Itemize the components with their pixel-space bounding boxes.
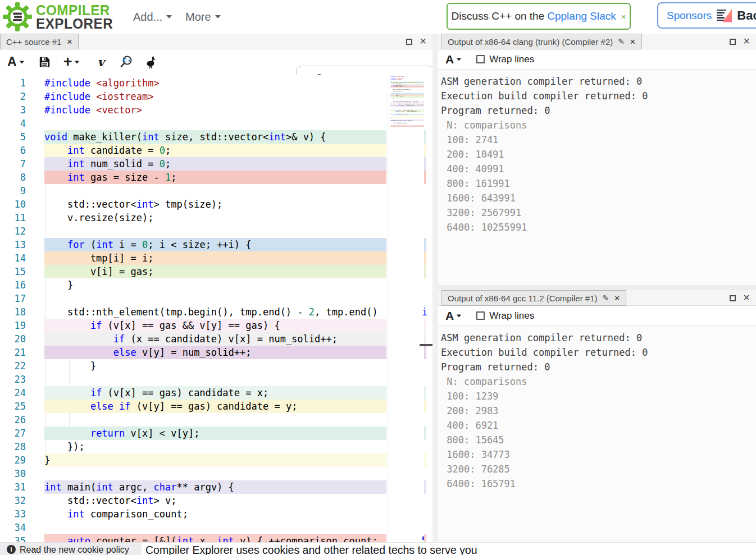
line-number: 7	[0, 157, 26, 171]
font-size-button[interactable]: A	[445, 53, 462, 66]
cpplang-slack-link[interactable]: Cpplang Slack	[547, 10, 616, 22]
code-editor[interactable]: 1#include <algorithm>2#include <iostream…	[0, 75, 432, 542]
code-line-14: 14 tmp[i] = i;	[0, 251, 432, 265]
cookie-policy-link[interactable]: i Read the new cookie policy	[0, 543, 142, 555]
font-size-button[interactable]: A	[7, 54, 25, 70]
edit-pencil-icon[interactable]: ✎	[603, 293, 609, 302]
cookie-consent-bar: i Read the new cookie policy Compiler Ex…	[0, 542, 756, 555]
line-number: 9	[0, 184, 26, 198]
output-toolbar: A Wrap lines	[438, 49, 756, 70]
close-icon[interactable]: ✕	[420, 37, 427, 46]
font-letter: A	[445, 309, 454, 323]
line-number: 18	[0, 305, 26, 319]
add-pane-button[interactable]: +	[63, 53, 80, 71]
tab-cpp-source-1[interactable]: C++ source #1 ✕	[0, 34, 79, 49]
code-line-20: 20 if (x == candidate) v[x] = num_solid+…	[0, 332, 432, 346]
code-line-13: 13 for (int i = 0; i < size; ++i) {	[0, 238, 432, 251]
chevron-down-icon	[457, 58, 461, 61]
code-line-10: 10 std::vector<int> tmp(size);	[0, 198, 432, 211]
wrap-lines-label: Wrap lines	[489, 310, 534, 322]
line-number: 23	[0, 373, 26, 386]
program-output-clang[interactable]: ASM generation compiler returned: 0Execu…	[438, 70, 756, 285]
output-toolbar: A Wrap lines	[438, 306, 756, 326]
output-tab-bar: Output of x86-64 clang (trunk) (Compiler…	[438, 34, 756, 49]
close-icon[interactable]: ✕	[743, 293, 750, 302]
tab-label: Output of x86-64 gcc 11.2 (Compiler #1)	[448, 293, 598, 303]
line-number: 32	[0, 494, 26, 507]
program-output-gcc[interactable]: ASM generation compiler returned: 0Execu…	[438, 326, 756, 542]
chevron-down-icon	[75, 61, 79, 63]
column-splitter[interactable]	[432, 34, 438, 542]
tab-label: Output of x86-64 clang (trunk) (Compiler…	[448, 37, 613, 47]
code-line-19: 19 if (v[x] == gas && v[y] == gas) {	[0, 319, 432, 332]
code-line-18: 18 std::nth_element(tmp.begin(), tmp.end…	[0, 305, 432, 319]
line-number: 35	[0, 534, 26, 542]
cursor-marker	[420, 344, 432, 346]
code-line-11: 11 v.resize(size);	[0, 211, 432, 224]
maximize-icon[interactable]	[406, 39, 412, 45]
code-line-8: 8 int gas = size - 1;	[0, 171, 432, 184]
app-logo[interactable]: COMPILER EXPLORER	[36, 3, 113, 30]
tab-close-icon[interactable]: ✕	[614, 294, 620, 302]
svg-text:C+: C+	[123, 57, 131, 63]
line-number: 24	[0, 386, 26, 400]
code-line-33: 33 int comparison_count;	[0, 507, 432, 521]
vim-mode-button[interactable]: v	[97, 55, 104, 69]
code-line-27: 27 return v[x] < v[y];	[0, 426, 432, 440]
output-line: Program returned: 0	[441, 103, 756, 118]
maximize-icon[interactable]	[730, 39, 736, 45]
line-number: 22	[0, 359, 26, 373]
code-line-34: 34	[0, 521, 432, 534]
line-number: 8	[0, 171, 26, 184]
code-line-28: 28 });	[0, 440, 432, 453]
compiler-explorer-gear-icon[interactable]	[2, 2, 33, 32]
row-splitter[interactable]	[438, 285, 756, 290]
cookie-message: Compiler Explorer uses cookies and other…	[145, 544, 477, 555]
edit-pencil-icon[interactable]: ✎	[618, 37, 625, 46]
line-number: 26	[0, 413, 26, 426]
save-button[interactable]	[39, 57, 50, 67]
plus-icon: +	[63, 53, 72, 71]
ostrich-icon	[145, 56, 157, 69]
tab-close-icon[interactable]: ✕	[630, 38, 636, 46]
font-size-button[interactable]: A	[445, 309, 462, 323]
pane-window-controls: ✕	[730, 34, 750, 49]
output-line: Execution build compiler returned: 0	[441, 345, 756, 360]
output-line: 200: 2983	[441, 403, 756, 418]
tab-output-clang[interactable]: Output of x86-64 clang (trunk) (Compiler…	[441, 34, 642, 49]
quickbench-button[interactable]	[145, 56, 157, 69]
more-menu-label: More	[185, 11, 211, 24]
output-pane-clang: Output of x86-64 clang (trunk) (Compiler…	[438, 34, 756, 285]
tab-output-gcc[interactable]: Output of x86-64 gcc 11.2 (Compiler #1) …	[441, 290, 626, 306]
minimap[interactable]: #include <algorithm>#include <iostream>#…	[390, 76, 424, 130]
line-number: 6	[0, 144, 26, 157]
wrap-lines-checkbox[interactable]	[476, 55, 485, 63]
line-number: 27	[0, 426, 26, 440]
code-line-4: 4	[0, 117, 432, 130]
add-menu[interactable]: Add...	[133, 0, 172, 34]
code-line-29: 29}	[0, 453, 432, 467]
code-line-1: 1#include <algorithm>	[0, 76, 432, 90]
compiler-explorer-app: COMPILER EXPLORER Add... More Discuss C+…	[0, 0, 756, 555]
tab-close-icon[interactable]: ✕	[66, 38, 72, 46]
output-pane-gcc: Output of x86-64 gcc 11.2 (Compiler #1) …	[438, 290, 756, 542]
code-line-22: 22 }	[0, 359, 432, 373]
add-menu-label: Add...	[133, 11, 162, 24]
logo-word-compiler: COMPILER	[36, 3, 113, 17]
output-line: N: comparisons	[441, 374, 756, 389]
wrap-lines-checkbox[interactable]	[476, 311, 485, 320]
sponsors-button[interactable]: Sponsors Bac	[657, 2, 756, 29]
maximize-icon[interactable]	[730, 295, 736, 301]
code-line-7: 7 int num_solid = 0;	[0, 157, 432, 171]
banner-close-icon[interactable]: ×	[621, 12, 626, 21]
close-icon[interactable]: ✕	[743, 37, 750, 46]
code-line-3: 3#include <vector>	[0, 103, 432, 117]
output-line: N: comparisons	[441, 118, 756, 132]
source-editor-pane: C++ source #1 ✕ ✕ A	[0, 34, 432, 542]
line-number: 28	[0, 440, 26, 453]
wrap-lines-label: Wrap lines	[489, 54, 534, 65]
line-number: 5	[0, 130, 26, 144]
more-menu[interactable]: More	[185, 0, 221, 34]
line-number: 2	[0, 90, 26, 103]
cppinsights-button[interactable]: C+	[119, 55, 134, 70]
